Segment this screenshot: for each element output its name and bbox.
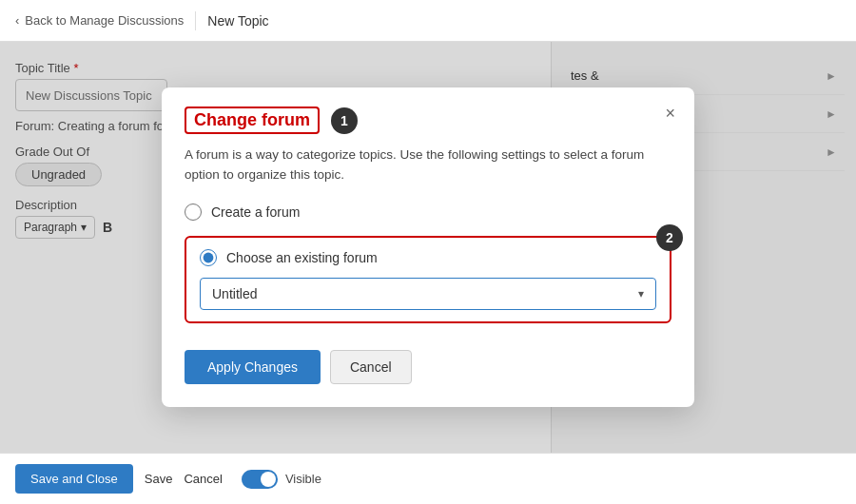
change-forum-modal: Change forum 1 × A forum is a way to cat… <box>162 87 694 407</box>
main-content: Topic Title * Forum: Creating a forum fo… <box>0 42 856 453</box>
save-button[interactable]: Save <box>145 472 173 486</box>
create-forum-label: Create a forum <box>211 204 300 220</box>
visible-toggle[interactable]: Visible <box>242 470 321 489</box>
visible-label: Visible <box>285 472 321 486</box>
modal-close-button[interactable]: × <box>665 105 675 122</box>
forum-dropdown[interactable]: Untitled ▾ <box>200 278 656 310</box>
bottom-bar: Save and Close Save Cancel Visible <box>0 453 856 504</box>
back-arrow-icon: ‹ <box>15 13 19 28</box>
choose-existing-radio[interactable] <box>200 249 217 266</box>
modal-title: Change forum <box>185 107 320 134</box>
nav-divider <box>195 11 196 30</box>
choose-existing-option[interactable]: Choose an existing forum <box>200 249 656 266</box>
create-forum-radio[interactable] <box>185 204 202 221</box>
modal-description: A forum is a way to categorize topics. U… <box>185 145 671 184</box>
create-forum-option[interactable]: Create a forum <box>185 204 671 221</box>
step-1-badge: 1 <box>331 107 358 134</box>
visible-toggle-track[interactable] <box>242 470 278 489</box>
modal-overlay: Change forum 1 × A forum is a way to cat… <box>0 42 856 453</box>
modal-footer: Apply Changes Cancel <box>162 339 694 407</box>
forum-dropdown-value: Untitled <box>212 286 257 301</box>
apply-changes-button[interactable]: Apply Changes <box>185 350 321 384</box>
toggle-thumb <box>261 472 276 487</box>
save-and-close-button[interactable]: Save and Close <box>15 464 133 494</box>
cancel-bottom-button[interactable]: Cancel <box>184 472 222 486</box>
existing-forum-box: 2 Choose an existing forum Untitled ▾ <box>185 236 671 323</box>
back-link[interactable]: ‹ Back to Manage Discussions <box>15 13 184 28</box>
page-title: New Topic <box>207 13 268 29</box>
step-2-badge: 2 <box>656 224 683 251</box>
back-link-label: Back to Manage Discussions <box>25 13 184 28</box>
cancel-modal-button[interactable]: Cancel <box>330 350 412 384</box>
modal-body: A forum is a way to categorize topics. U… <box>162 145 694 339</box>
choose-existing-label: Choose an existing forum <box>226 250 378 265</box>
top-navigation: ‹ Back to Manage Discussions New Topic <box>0 0 856 42</box>
dropdown-arrow-icon: ▾ <box>638 287 644 300</box>
modal-header: Change forum 1 × <box>162 87 694 145</box>
